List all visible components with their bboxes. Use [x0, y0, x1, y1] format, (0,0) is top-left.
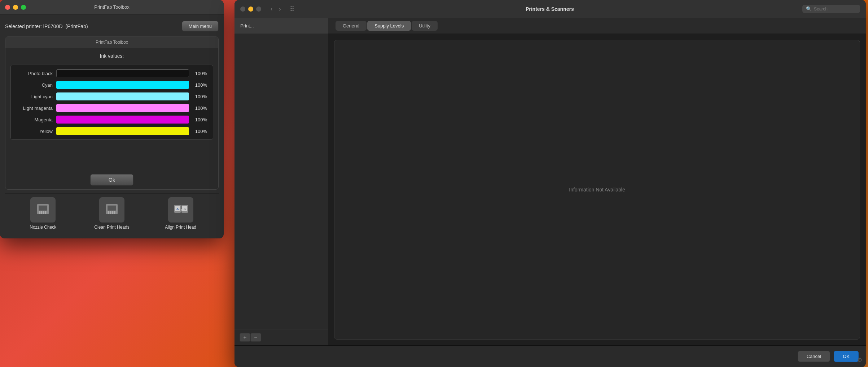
ink-label-magenta: Magenta — [17, 117, 53, 122]
ink-percent-photo-black: 100% — [193, 71, 207, 76]
ok-btn-container: Ok — [5, 170, 218, 189]
ink-percent-light-magenta: 100% — [193, 105, 207, 111]
ink-bar-light-magenta-container — [56, 104, 189, 112]
ink-bar-magenta-container — [56, 116, 189, 124]
ink-ok-button[interactable]: Ok — [90, 174, 133, 186]
add-printer-button[interactable]: + — [240, 333, 250, 342]
ink-bar-cyan — [56, 81, 189, 89]
svg-rect-2 — [39, 211, 40, 214]
sidebar-printer-name: Print... — [240, 23, 254, 29]
svg-rect-5 — [45, 211, 46, 214]
toolbar-label-nozzle-check: Nozzle Check — [30, 225, 56, 230]
sidebar-add-remove: + − — [234, 329, 328, 345]
ink-percent-light-cyan: 100% — [193, 94, 207, 99]
toolbar-item-align-print-head[interactable]: A A Align Print Head — [148, 197, 214, 230]
svg-rect-3 — [41, 211, 42, 214]
bottom-toolbar: Nozzle Check Clean Print Heads — [5, 193, 219, 233]
svg-text:A: A — [176, 207, 179, 211]
tab-general[interactable]: General — [336, 21, 367, 31]
ink-bar-light-magenta — [56, 104, 189, 112]
selected-printer-label: Selected printer: iP6700D_(PrintFab) — [5, 23, 88, 29]
ink-bar-photo-black — [56, 69, 189, 77]
printers-minimize-button[interactable] — [248, 7, 253, 12]
toolbar-item-nozzle-check[interactable]: Nozzle Check — [10, 197, 76, 230]
ink-row-light-magenta: Light magenta 100% — [17, 104, 207, 112]
traffic-lights — [5, 5, 26, 10]
printfab-window-title: PrintFab Toolbox — [94, 4, 129, 10]
bottom-dialog-bar: Cancel OK — [234, 345, 866, 367]
grid-icon: ⠿ — [290, 5, 294, 13]
svg-rect-9 — [110, 211, 111, 214]
nav-buttons: ‹ › — [268, 5, 283, 13]
printer-header: Selected printer: iP6700D_(PrintFab) Mai… — [5, 20, 219, 33]
ink-values-title: Ink values: — [10, 53, 213, 59]
main-menu-button[interactable]: Main menu — [182, 21, 219, 31]
svg-rect-7 — [108, 206, 116, 211]
search-icon: 🔍 — [806, 6, 812, 12]
ink-bar-light-cyan-container — [56, 92, 189, 100]
gear-icon: ⚙ — [857, 357, 862, 363]
dialog-ok-button[interactable]: OK — [834, 351, 859, 362]
svg-rect-4 — [43, 211, 44, 214]
printers-maximize-button[interactable] — [256, 7, 261, 12]
tabs-container: General Supply Levels Utility — [328, 18, 866, 34]
inner-panel: PrintFab Toolbox Ink values: Photo black… — [5, 36, 219, 190]
sidebar-printer-item[interactable]: Print... — [234, 18, 328, 34]
info-not-available-text: Information Not Available — [569, 187, 625, 193]
printers-close-button[interactable] — [240, 7, 245, 12]
close-button[interactable] — [5, 5, 10, 10]
back-button[interactable]: ‹ — [268, 5, 275, 13]
toolbar-item-clean-print-heads[interactable]: Clean Print Heads — [79, 197, 145, 230]
maximize-button[interactable] — [21, 5, 26, 10]
ink-row-photo-black: Photo black 100% — [17, 69, 207, 77]
ink-bar-photo-black-container — [56, 69, 189, 77]
minimize-button[interactable] — [13, 5, 18, 10]
printers-titlebar: ‹ › ⠿ Printers & Scanners 🔍 — [234, 0, 866, 18]
ink-bar-yellow-container — [56, 127, 189, 135]
ink-row-cyan: Cyan 100% — [17, 81, 207, 89]
inner-panel-title: PrintFab Toolbox — [5, 37, 218, 48]
ink-label-cyan: Cyan — [17, 82, 53, 88]
printfab-window-body: Selected printer: iP6700D_(PrintFab) Mai… — [0, 14, 224, 238]
nozzle-check-icon — [30, 197, 56, 223]
toolbar-label-clean-print-heads: Clean Print Heads — [94, 225, 129, 230]
cancel-button[interactable]: Cancel — [798, 351, 830, 362]
printers-scanners-window: ‹ › ⠿ Printers & Scanners 🔍 Print... + −… — [234, 0, 866, 367]
ink-table: Photo black 100% Cyan 100% — [10, 65, 213, 140]
ink-row-yellow: Yellow 100% — [17, 127, 207, 135]
ink-label-light-magenta: Light magenta — [17, 105, 53, 111]
ink-values-section: Ink values: Photo black 100% Cyan — [5, 48, 218, 170]
svg-text:A: A — [183, 207, 186, 211]
ink-row-light-cyan: Light cyan 100% — [17, 92, 207, 100]
ink-row-magenta: Magenta 100% — [17, 116, 207, 124]
svg-rect-11 — [114, 211, 115, 214]
printers-sidebar: Print... + − — [234, 18, 328, 345]
printers-main: General Supply Levels Utility Informatio… — [328, 18, 866, 345]
search-input[interactable] — [814, 7, 850, 12]
svg-rect-8 — [108, 211, 109, 214]
ink-percent-magenta: 100% — [193, 117, 207, 122]
clean-print-heads-icon — [99, 197, 124, 223]
ink-bar-magenta — [56, 116, 189, 124]
forward-button[interactable]: › — [277, 5, 283, 13]
ink-bar-light-cyan — [56, 92, 189, 100]
ink-label-yellow: Yellow — [17, 129, 53, 134]
tab-utility[interactable]: Utility — [412, 21, 438, 31]
svg-rect-10 — [112, 211, 113, 214]
ink-percent-yellow: 100% — [193, 129, 207, 134]
align-print-head-icon: A A — [168, 197, 193, 223]
tab-supply-levels[interactable]: Supply Levels — [367, 21, 411, 31]
search-box: 🔍 — [802, 5, 860, 13]
remove-printer-button[interactable]: − — [250, 333, 261, 342]
printers-window-title: Printers & Scanners — [301, 6, 799, 12]
ink-bar-cyan-container — [56, 81, 189, 89]
ink-label-photo-black: Photo black — [17, 71, 53, 76]
ink-bar-yellow — [56, 127, 189, 135]
svg-rect-1 — [39, 206, 47, 211]
printers-traffic-lights — [240, 7, 261, 12]
toolbar-label-align-print-head: Align Print Head — [165, 225, 196, 230]
ink-percent-cyan: 100% — [193, 82, 207, 88]
printfab-titlebar: PrintFab Toolbox — [0, 0, 224, 14]
tab-content-area: Information Not Available — [334, 40, 860, 340]
printfab-toolbox-window: PrintFab Toolbox Selected printer: iP670… — [0, 0, 224, 238]
